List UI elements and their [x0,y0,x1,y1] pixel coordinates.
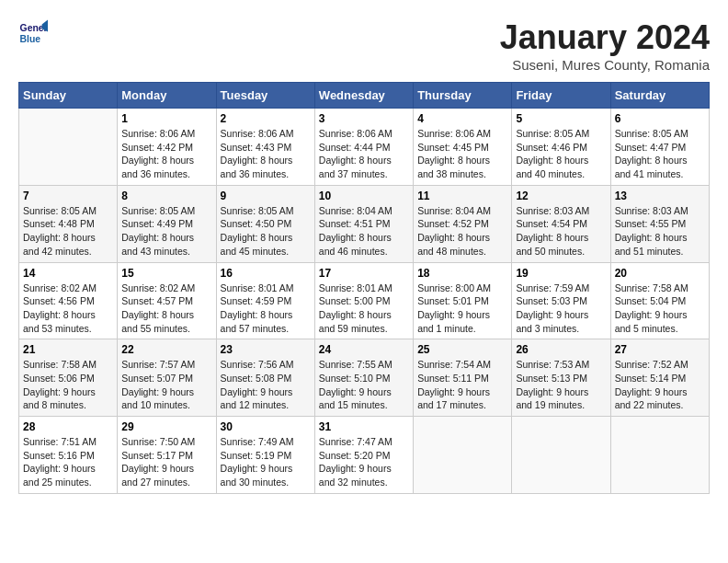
calendar-week-row: 14Sunrise: 8:02 AMSunset: 4:56 PMDayligh… [19,262,710,339]
day-number: 4 [417,112,507,125]
table-row [19,109,118,186]
table-row [610,417,709,494]
day-info: Sunrise: 8:03 AMSunset: 4:55 PMDaylight:… [615,204,705,259]
day-number: 1 [121,112,211,125]
day-info: Sunrise: 8:06 AMSunset: 4:42 PMDaylight:… [121,127,211,181]
day-number: 12 [516,190,606,202]
day-number: 3 [319,112,409,125]
day-info: Sunrise: 7:53 AMSunset: 5:13 PMDaylight:… [516,358,606,412]
day-number: 25 [417,343,507,356]
table-row [512,417,610,494]
day-number: 30 [221,420,311,433]
header-sunday: Sunday [19,83,118,109]
title-area: January 2024 Suseni, Mures County, Roman… [500,18,710,73]
header-saturday: Saturday [610,83,709,109]
table-row [414,417,512,494]
day-info: Sunrise: 8:06 AMSunset: 4:44 PMDaylight:… [319,127,409,181]
day-info: Sunrise: 7:59 AMSunset: 5:03 PMDaylight:… [516,282,606,336]
table-row: 14Sunrise: 8:02 AMSunset: 4:56 PMDayligh… [19,262,118,339]
day-number: 29 [121,420,211,433]
day-info: Sunrise: 7:52 AMSunset: 5:14 PMDaylight:… [615,358,705,412]
table-row: 16Sunrise: 8:01 AMSunset: 4:59 PMDayligh… [216,262,314,339]
table-row: 28Sunrise: 7:51 AMSunset: 5:16 PMDayligh… [19,417,118,494]
day-info: Sunrise: 7:54 AMSunset: 5:11 PMDaylight:… [417,358,507,412]
calendar-week-row: 28Sunrise: 7:51 AMSunset: 5:16 PMDayligh… [19,417,710,494]
day-number: 26 [516,343,606,356]
table-row: 3Sunrise: 8:06 AMSunset: 4:44 PMDaylight… [314,109,413,186]
day-info: Sunrise: 7:55 AMSunset: 5:10 PMDaylight:… [319,358,409,412]
calendar-header-row: Sunday Monday Tuesday Wednesday Thursday… [19,83,710,109]
day-number: 17 [319,267,409,280]
day-number: 24 [319,343,409,356]
header-thursday: Thursday [414,83,512,109]
day-number: 6 [615,112,705,125]
day-number: 28 [23,420,113,433]
day-info: Sunrise: 8:06 AMSunset: 4:43 PMDaylight:… [221,127,311,181]
table-row: 1Sunrise: 8:06 AMSunset: 4:42 PMDaylight… [118,109,216,186]
day-info: Sunrise: 8:05 AMSunset: 4:49 PMDaylight:… [121,204,211,259]
day-number: 19 [516,267,606,280]
page-header: General Blue January 2024 Suseni, Mures … [18,18,710,73]
table-row: 8Sunrise: 8:05 AMSunset: 4:49 PMDaylight… [118,185,216,262]
day-info: Sunrise: 8:02 AMSunset: 4:56 PMDaylight:… [23,282,113,336]
table-row: 5Sunrise: 8:05 AMSunset: 4:46 PMDaylight… [512,109,610,186]
table-row: 24Sunrise: 7:55 AMSunset: 5:10 PMDayligh… [314,339,413,417]
calendar-week-row: 7Sunrise: 8:05 AMSunset: 4:48 PMDaylight… [19,185,710,262]
day-number: 14 [23,267,113,280]
table-row: 22Sunrise: 7:57 AMSunset: 5:07 PMDayligh… [118,339,216,417]
day-info: Sunrise: 8:01 AMSunset: 4:59 PMDaylight:… [221,282,311,336]
table-row: 12Sunrise: 8:03 AMSunset: 4:54 PMDayligh… [512,185,610,262]
table-row: 20Sunrise: 7:58 AMSunset: 5:04 PMDayligh… [610,262,709,339]
day-info: Sunrise: 8:05 AMSunset: 4:50 PMDaylight:… [221,204,311,259]
day-number: 31 [319,420,409,433]
day-info: Sunrise: 8:00 AMSunset: 5:01 PMDaylight:… [417,282,507,336]
day-info: Sunrise: 8:05 AMSunset: 4:46 PMDaylight:… [516,127,606,181]
header-tuesday: Tuesday [216,83,314,109]
table-row: 15Sunrise: 8:02 AMSunset: 4:57 PMDayligh… [118,262,216,339]
table-row: 26Sunrise: 7:53 AMSunset: 5:13 PMDayligh… [512,339,610,417]
day-number: 22 [121,343,211,356]
calendar-week-row: 21Sunrise: 7:58 AMSunset: 5:06 PMDayligh… [19,339,710,417]
day-info: Sunrise: 8:06 AMSunset: 4:45 PMDaylight:… [417,127,507,181]
location-subtitle: Suseni, Mures County, Romania [500,57,710,73]
table-row: 30Sunrise: 7:49 AMSunset: 5:19 PMDayligh… [216,417,314,494]
table-row: 6Sunrise: 8:05 AMSunset: 4:47 PMDaylight… [610,109,709,186]
day-info: Sunrise: 8:03 AMSunset: 4:54 PMDaylight:… [516,204,606,259]
day-number: 7 [23,190,113,202]
table-row: 21Sunrise: 7:58 AMSunset: 5:06 PMDayligh… [19,339,118,417]
day-info: Sunrise: 7:57 AMSunset: 5:07 PMDaylight:… [121,358,211,412]
day-number: 9 [221,190,311,202]
header-wednesday: Wednesday [314,83,413,109]
day-info: Sunrise: 7:58 AMSunset: 5:06 PMDaylight:… [23,358,113,412]
day-info: Sunrise: 8:01 AMSunset: 5:00 PMDaylight:… [319,282,409,336]
calendar-table: Sunday Monday Tuesday Wednesday Thursday… [18,82,710,494]
header-monday: Monday [118,83,216,109]
day-info: Sunrise: 8:02 AMSunset: 4:57 PMDaylight:… [121,282,211,336]
table-row: 2Sunrise: 8:06 AMSunset: 4:43 PMDaylight… [216,109,314,186]
table-row: 7Sunrise: 8:05 AMSunset: 4:48 PMDaylight… [19,185,118,262]
day-number: 15 [121,267,211,280]
logo: General Blue [18,18,48,48]
table-row: 10Sunrise: 8:04 AMSunset: 4:51 PMDayligh… [314,185,413,262]
table-row: 19Sunrise: 7:59 AMSunset: 5:03 PMDayligh… [512,262,610,339]
day-info: Sunrise: 7:58 AMSunset: 5:04 PMDaylight:… [615,282,705,336]
table-row: 9Sunrise: 8:05 AMSunset: 4:50 PMDaylight… [216,185,314,262]
table-row: 4Sunrise: 8:06 AMSunset: 4:45 PMDaylight… [414,109,512,186]
day-info: Sunrise: 7:50 AMSunset: 5:17 PMDaylight:… [121,435,211,489]
day-info: Sunrise: 8:05 AMSunset: 4:48 PMDaylight:… [23,204,113,259]
day-number: 20 [615,267,705,280]
header-friday: Friday [512,83,610,109]
day-info: Sunrise: 8:05 AMSunset: 4:47 PMDaylight:… [615,127,705,181]
table-row: 25Sunrise: 7:54 AMSunset: 5:11 PMDayligh… [414,339,512,417]
logo-icon: General Blue [18,18,48,48]
day-info: Sunrise: 7:49 AMSunset: 5:19 PMDaylight:… [221,435,311,489]
day-number: 16 [221,267,311,280]
table-row: 18Sunrise: 8:00 AMSunset: 5:01 PMDayligh… [414,262,512,339]
day-info: Sunrise: 8:04 AMSunset: 4:51 PMDaylight:… [319,204,409,259]
svg-text:Blue: Blue [20,34,41,44]
table-row: 11Sunrise: 8:04 AMSunset: 4:52 PMDayligh… [414,185,512,262]
table-row: 31Sunrise: 7:47 AMSunset: 5:20 PMDayligh… [314,417,413,494]
table-row: 27Sunrise: 7:52 AMSunset: 5:14 PMDayligh… [610,339,709,417]
day-number: 23 [221,343,311,356]
day-number: 11 [417,190,507,202]
